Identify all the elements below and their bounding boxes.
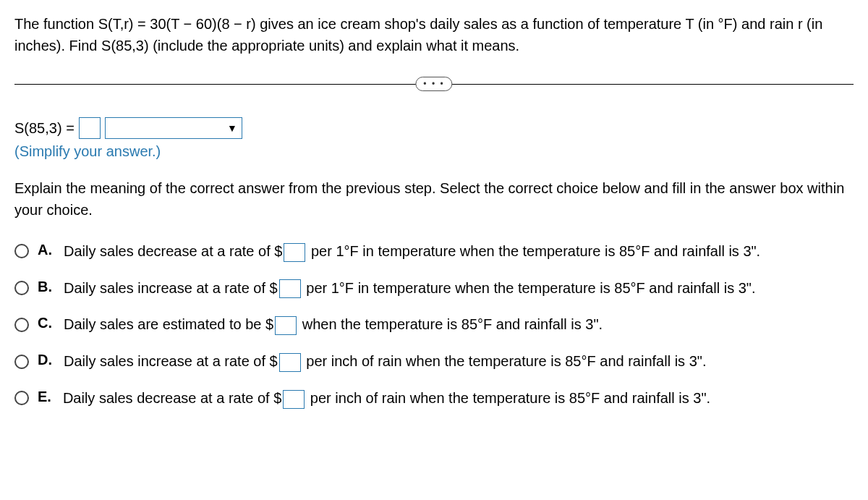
choice-c-input[interactable]	[275, 316, 297, 335]
choice-d-deg: °F	[581, 353, 595, 369]
choice-b-deg2: °F	[631, 280, 645, 296]
radio-b[interactable]	[14, 281, 29, 295]
choice-b-post-a: per 1	[302, 280, 339, 296]
choice-a-text: Daily sales decrease at a rate of $ per …	[64, 241, 760, 262]
explain-prompt: Explain the meaning of the correct answe…	[14, 177, 854, 221]
choice-b-text: Daily sales increase at a rate of $ per …	[64, 278, 755, 299]
choice-d-post-b: and rainfall is 3".	[596, 353, 707, 369]
choice-c-post-b: and rainfall is 3".	[492, 316, 603, 332]
choice-c-post-a: when the temperature is 85	[298, 316, 477, 332]
simplify-hint: (Simplify your answer.)	[14, 143, 854, 160]
question-part-1: The function S(T,r) = 30(T − 60)(8 − r) …	[14, 16, 718, 32]
section-divider: • • •	[14, 77, 854, 91]
choice-c-pre: Daily sales are estimated to be $	[64, 316, 273, 332]
choice-e-input[interactable]	[283, 390, 305, 409]
choice-a: A. Daily sales decrease at a rate of $ p…	[14, 241, 854, 262]
choice-a-pre: Daily sales decrease at a rate of $	[64, 243, 282, 259]
question-text: The function S(T,r) = 30(T − 60)(8 − r) …	[14, 13, 854, 56]
choice-c-text: Daily sales are estimated to be $ when t…	[64, 314, 603, 335]
choice-a-post-a: per 1	[307, 243, 344, 259]
choice-b-letter: B.	[38, 279, 52, 295]
choice-e-text: Daily sales decrease at a rate of $ per …	[63, 388, 710, 409]
choice-c: C. Daily sales are estimated to be $ whe…	[14, 314, 854, 335]
choice-d-input[interactable]	[279, 353, 301, 372]
radio-d[interactable]	[14, 355, 29, 369]
answer-lhs: S(85,3) =	[14, 120, 75, 137]
choice-e-letter: E.	[38, 389, 51, 405]
choice-a-deg: °F	[344, 243, 359, 259]
choice-b: B. Daily sales increase at a rate of $ p…	[14, 278, 854, 299]
radio-e[interactable]	[14, 391, 29, 405]
choice-d-text: Daily sales increase at a rate of $ per …	[64, 351, 706, 372]
choice-e-post-a: per inch of rain when the temperature is…	[306, 390, 585, 406]
choice-e-post-b: and rainfall is 3".	[600, 390, 710, 406]
answer-equation-row: S(85,3) = ▼	[14, 117, 854, 139]
expand-pill[interactable]: • • •	[415, 77, 452, 91]
degree-f: °F	[718, 16, 733, 32]
dots-icon: • • •	[423, 79, 444, 89]
radio-a[interactable]	[14, 244, 29, 258]
choice-b-post-c: and rainfall is 3".	[645, 280, 756, 296]
chevron-down-icon: ▼	[227, 122, 237, 134]
choice-a-deg2: °F	[635, 243, 650, 259]
choice-list: A. Daily sales decrease at a rate of $ p…	[14, 241, 854, 409]
choice-d: D. Daily sales increase at a rate of $ p…	[14, 351, 854, 372]
choice-a-post-c: and rainfall is 3".	[650, 243, 760, 259]
choice-e-pre: Daily sales decrease at a rate of $	[63, 390, 281, 406]
choice-c-letter: C.	[38, 315, 52, 331]
choice-d-post-a: per inch of rain when the temperature is…	[302, 353, 582, 369]
choice-e-deg: °F	[585, 390, 600, 406]
choice-a-letter: A.	[38, 242, 52, 258]
answer-value-input[interactable]	[79, 117, 101, 139]
answer-units-select[interactable]: ▼	[105, 117, 242, 139]
choice-d-letter: D.	[38, 352, 52, 368]
choice-b-deg: °F	[339, 280, 354, 296]
choice-b-pre: Daily sales increase at a rate of $	[64, 280, 278, 296]
choice-d-pre: Daily sales increase at a rate of $	[64, 353, 278, 369]
choice-a-input[interactable]	[284, 243, 305, 262]
choice-e: E. Daily sales decrease at a rate of $ p…	[14, 388, 854, 409]
choice-c-deg: °F	[477, 316, 492, 332]
choice-b-input[interactable]	[279, 279, 301, 298]
choice-b-post-b: in temperature when the temperature is 8…	[354, 280, 630, 296]
choice-a-post-b: in temperature when the temperature is 8…	[359, 243, 635, 259]
radio-c[interactable]	[14, 318, 29, 332]
